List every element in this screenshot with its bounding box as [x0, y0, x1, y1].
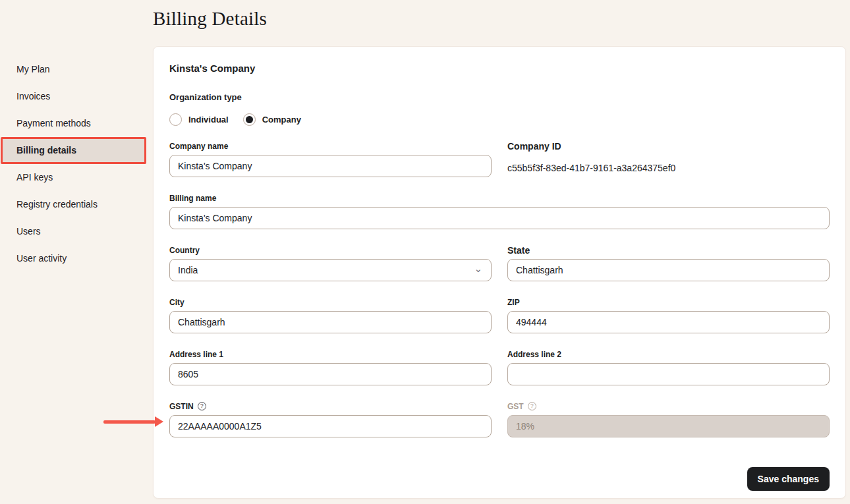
company-id-label: Company ID: [507, 142, 830, 151]
sidebar-item-user-activity[interactable]: User activity: [1, 245, 146, 272]
sidebar-item-users[interactable]: Users: [1, 218, 146, 245]
company-name-input[interactable]: [169, 155, 492, 177]
sidebar-item-api-keys[interactable]: API keys: [1, 164, 146, 191]
sidebar-item-billing-details[interactable]: Billing details: [1, 137, 146, 164]
sidebar-item-invoices[interactable]: Invoices: [1, 83, 146, 110]
billing-form: Company name Company ID c55b5f3f-83ed-41…: [169, 142, 830, 437]
address1-field-group: Address line 1: [169, 350, 492, 385]
arrow-shaft: [103, 420, 156, 424]
address1-label: Address line 1: [169, 350, 492, 359]
gstin-label-text: GSTIN: [169, 402, 194, 411]
organization-type-label: Organization type: [169, 92, 830, 102]
address2-label: Address line 2: [507, 350, 830, 359]
state-field-group: State: [507, 246, 830, 281]
radio-company[interactable]: Company: [243, 113, 301, 126]
company-name-field-group: Company name: [169, 142, 492, 177]
organization-type-radio-group: Individual Company: [169, 113, 830, 126]
gst-input: [507, 415, 830, 437]
help-circle-icon[interactable]: ?: [528, 402, 536, 410]
gst-label-text: GST: [507, 402, 524, 411]
radio-individual-circle[interactable]: [169, 113, 182, 126]
billing-sidebar: My Plan Invoices Payment methods Billing…: [0, 56, 153, 272]
radio-individual[interactable]: Individual: [169, 113, 229, 126]
radio-company-circle[interactable]: [243, 113, 256, 126]
billing-name-input[interactable]: [169, 207, 830, 229]
country-select-input[interactable]: [169, 259, 492, 281]
city-label: City: [169, 298, 492, 307]
zip-input[interactable]: [507, 311, 830, 333]
address2-field-group: Address line 2: [507, 350, 830, 385]
gst-field-group: GST?: [507, 402, 830, 437]
gst-label: GST?: [507, 402, 830, 411]
sidebar-item-my-plan[interactable]: My Plan: [1, 56, 146, 83]
city-field-group: City: [169, 298, 492, 333]
gstin-input[interactable]: [169, 415, 492, 437]
address2-input[interactable]: [507, 363, 830, 385]
page-title: Billing Details: [153, 8, 267, 30]
country-label: Country: [169, 246, 492, 255]
zip-label: ZIP: [507, 298, 830, 307]
country-select[interactable]: ⌄: [169, 259, 492, 281]
company-name-label: Company name: [169, 142, 492, 151]
city-input[interactable]: [169, 311, 492, 333]
company-id-field-group: Company ID c55b5f3f-83ed-41b7-9161-a3a26…: [507, 142, 830, 177]
save-changes-button[interactable]: Save changes: [747, 467, 830, 491]
gstin-label: GSTIN?: [169, 402, 492, 411]
address1-input[interactable]: [169, 363, 492, 385]
radio-individual-label: Individual: [188, 115, 229, 125]
state-label: State: [507, 246, 830, 255]
help-circle-icon[interactable]: ?: [198, 402, 206, 410]
sidebar-item-payment-methods[interactable]: Payment methods: [1, 110, 146, 137]
radio-company-label: Company: [262, 115, 301, 125]
gstin-field-group: GSTIN?: [169, 402, 492, 437]
company-id-value: c55b5f3f-83ed-41b7-9161-a3a264375ef0: [507, 159, 830, 173]
country-field-group: Country ⌄: [169, 246, 492, 281]
billing-name-field-group: Billing name: [169, 194, 830, 229]
save-row: Save changes: [169, 467, 830, 491]
zip-field-group: ZIP: [507, 298, 830, 333]
billing-name-label: Billing name: [169, 194, 830, 203]
sidebar-item-registry-credentials[interactable]: Registry credentials: [1, 191, 146, 218]
state-input[interactable]: [507, 259, 830, 281]
billing-details-card: Kinsta's Company Organization type Indiv…: [153, 46, 846, 499]
company-heading: Kinsta's Company: [169, 63, 830, 74]
